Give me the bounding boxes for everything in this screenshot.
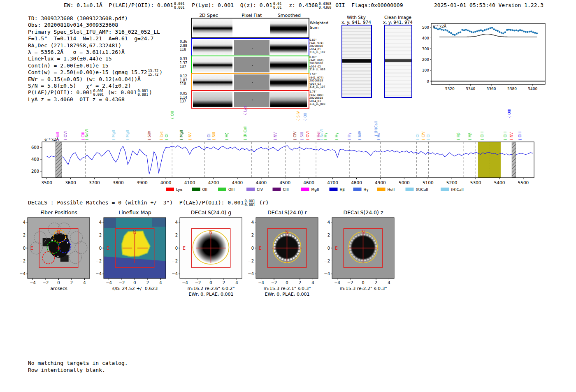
emission-line-label: { OII [303, 113, 307, 121]
info-line: Obs: 20200818v014_3009323608 [28, 22, 163, 28]
east-label: E [30, 246, 33, 251]
x-tick-label: 0 [57, 281, 60, 285]
fiber-cutout-row [191, 56, 309, 74]
flux-units-label: e⁻¹⁷x2Å [433, 24, 446, 28]
panel-title: DECaLS(24.0) r [267, 210, 307, 216]
flux-data-point [450, 32, 452, 34]
cutout-panel-decals_g: DECaLS(24.0) gNE420−2−4−4−2024m:16.2 re:… [169, 210, 247, 300]
text-segment: Primary Spec_Slot_IFU_AMP: 316_022_052_L… [28, 29, 160, 35]
x-tick-label: −4 [106, 281, 112, 285]
catalog-footer-note: No matching targets in catalog.Row inten… [28, 360, 128, 373]
flux-data-point [443, 30, 444, 31]
emission-line-label: { SiII [212, 132, 216, 141]
fiber-smoothed-image [270, 57, 307, 72]
flux-data-point [523, 30, 525, 32]
legend-swatch [192, 188, 200, 191]
masked-region-band [56, 142, 62, 178]
flux-data-point [530, 30, 532, 32]
info-line: RA,Dec (271.187958,67.332481) [28, 42, 163, 49]
x-tick-label: 4000 [160, 180, 172, 185]
info-line: S/N = 5.8(±0.5) χ² = 2.4(±0.2) [28, 83, 163, 89]
y-tick-label: 2 [327, 233, 330, 237]
flux-data-point [473, 32, 474, 33]
y-tick-label: 0 [251, 246, 254, 251]
fiber-cutout-row [191, 38, 309, 57]
emission-line-label: { Lyα [243, 106, 247, 115]
text-segment: DECaLS : Possible Matches = 0 (within +/… [28, 199, 244, 206]
legend-swatch [273, 188, 281, 191]
y-tick-label: 200 [422, 58, 429, 62]
panel-xlabel: m:15.3 re:2.1" s:0.3" [263, 286, 311, 291]
emission-line-label: { OII [426, 132, 430, 141]
flux-data-point [497, 30, 498, 32]
east-label: E [183, 246, 186, 251]
flux-data-point [510, 29, 511, 31]
flux-data-point [476, 30, 478, 32]
x-tick-label: −4 [182, 281, 188, 285]
flux-data-point [512, 29, 513, 31]
flux-data-point [460, 31, 461, 33]
legend-swatch [406, 188, 414, 191]
text-segment: P(Lyα): 0.001 Q(z): 0.01 [186, 2, 272, 8]
north-label: N [133, 230, 136, 235]
flux-data-point [446, 30, 448, 31]
emission-line-label: { Hζ [225, 132, 229, 141]
y-tick-label: 400 [422, 36, 429, 40]
flux-data-point [461, 29, 463, 30]
x-tick-label: 5400 [528, 87, 537, 91]
legend-label: Lyα [176, 188, 183, 192]
fiber-pixel-flat-image [234, 92, 269, 107]
fiber-pixel-flat-image [234, 57, 269, 72]
x-tick-label: 5380 [507, 87, 517, 91]
x-tick-label: 0 [133, 281, 136, 285]
with-sky-image [341, 25, 372, 98]
legend-label: OIII [228, 188, 235, 192]
emission-line-label: { OII [207, 132, 211, 141]
flux-data-point [516, 30, 517, 31]
full-spectrum-chart: 2004006003500360037003800390040004100420… [24, 105, 555, 195]
y-tick-label: 0 [99, 246, 102, 251]
emission-line-label: { OIII [507, 109, 511, 118]
flux-data-point [467, 30, 469, 31]
fiber-row-annotation: 1.59"(941, 974)20200818v014_03316_LL_107 [309, 73, 334, 89]
x-tick-label: 5360 [487, 87, 496, 91]
y-tick-label: −4 [172, 271, 178, 276]
emission-line-label: { MgII [111, 130, 116, 141]
legend-swatch [441, 188, 449, 191]
y-tick-label: 200 [31, 169, 39, 174]
panel-xlabel: s/b: 24.52 +/- 0.623 [112, 286, 158, 291]
flux-data-point [493, 28, 495, 30]
x-tick-label: 5320 [445, 87, 455, 91]
info-line: Cont(n) = 2.00(±0.01)e-15 [28, 63, 163, 69]
text-segment: EW: 0.1±0.1Å P(LAE)/P(OII): 0.001 [64, 2, 173, 8]
x-tick-label: 5500 [518, 180, 529, 185]
legend-label: (K)CaII [416, 188, 428, 192]
stacked-value: 0.0010.001 [244, 199, 255, 206]
legend-label: Hβ [340, 188, 345, 192]
fiber-smoothed-image [270, 74, 307, 90]
north-label: N [361, 230, 365, 235]
info-line: Cont(w) = 2.50(±0.00)e-15 (gmag 15.7215.… [28, 69, 163, 76]
x-tick-label: −2 [119, 281, 125, 285]
x-tick-label: 3700 [89, 180, 100, 185]
weighted-2d-spec-image [193, 19, 232, 37]
y-tick-label: 600 [31, 145, 39, 150]
legend-swatch [377, 188, 386, 191]
legend-swatch [166, 188, 174, 191]
panel-xlabel: arcsecs [50, 286, 67, 291]
info-line: ID: 3009323608 (3009323608.pdf) [28, 15, 163, 22]
flux-data-point [469, 30, 470, 32]
emission-line-label: { OIII [503, 132, 507, 141]
flux-data-point [525, 31, 526, 32]
stacked-value: 0.0010.001 [137, 89, 148, 96]
y-tick-label: 2 [99, 233, 102, 237]
emission-line-label: { Hγ [347, 132, 351, 141]
x-tick-label: 3600 [65, 180, 76, 185]
x-tick-label: 4300 [232, 180, 243, 185]
text-segment: z: 0.4368 [283, 2, 318, 8]
info-line: LineFlux = 1.30(±0.44)e-15 [28, 56, 163, 62]
y-tick-label: 0 [175, 246, 178, 251]
y-tick-label: 4 [99, 220, 102, 225]
x-tick-label: 5100 [423, 180, 434, 185]
flux-data-point [527, 31, 528, 33]
